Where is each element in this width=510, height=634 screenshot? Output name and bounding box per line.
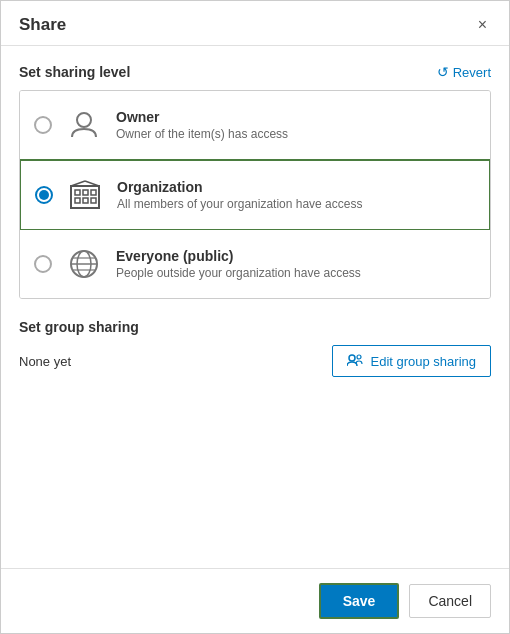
radio-owner [34,116,52,134]
none-yet-label: None yet [19,354,71,369]
sharing-level-title: Set sharing level [19,64,130,80]
group-sharing-title: Set group sharing [19,319,491,335]
radio-outer-everyone [34,255,52,273]
organization-desc: All members of your organization have ac… [117,197,475,211]
group-sharing-icon [347,353,363,369]
svg-rect-2 [75,190,80,195]
svg-rect-6 [83,198,88,203]
owner-desc: Owner of the item(s) has access [116,127,476,141]
owner-option-text: Owner Owner of the item(s) has access [116,109,476,141]
svg-point-0 [77,113,91,127]
organization-label: Organization [117,179,475,195]
radio-everyone [34,255,52,273]
everyone-label: Everyone (public) [116,248,476,264]
dialog-header: Share × [1,1,509,46]
group-sharing-row: None yet Edit group sharing [19,335,491,387]
revert-icon: ↺ [437,64,449,80]
radio-inner-organization [39,190,49,200]
group-sharing-section: Set group sharing None yet Edit group sh… [19,319,491,387]
sharing-options-list: Owner Owner of the item(s) has access [19,90,491,299]
revert-button[interactable]: ↺ Revert [437,64,491,80]
edit-group-sharing-button[interactable]: Edit group sharing [332,345,491,377]
person-icon [64,105,104,145]
dialog-footer: Save Cancel [1,568,509,633]
dialog-title: Share [19,15,66,35]
sharing-option-organization[interactable]: Organization All members of your organiz… [19,159,491,231]
cancel-button[interactable]: Cancel [409,584,491,618]
svg-rect-5 [75,198,80,203]
owner-label: Owner [116,109,476,125]
radio-outer-owner [34,116,52,134]
svg-rect-3 [83,190,88,195]
sharing-level-header: Set sharing level ↺ Revert [19,64,491,80]
share-dialog: Share × Set sharing level ↺ Revert [0,0,510,634]
revert-label: Revert [453,65,491,80]
radio-outer-organization [35,186,53,204]
svg-rect-4 [91,190,96,195]
organization-icon [65,175,105,215]
sharing-option-owner[interactable]: Owner Owner of the item(s) has access [20,91,490,160]
edit-group-sharing-label: Edit group sharing [370,354,476,369]
dialog-body: Set sharing level ↺ Revert Own [1,46,509,568]
svg-rect-7 [91,198,96,203]
svg-point-16 [357,355,361,359]
radio-organization [35,186,53,204]
svg-point-15 [349,355,355,361]
globe-icon [64,244,104,284]
save-button[interactable]: Save [319,583,400,619]
everyone-desc: People outside your organization have ac… [116,266,476,280]
close-button[interactable]: × [474,15,491,35]
organization-option-text: Organization All members of your organiz… [117,179,475,211]
everyone-option-text: Everyone (public) People outside your or… [116,248,476,280]
sharing-option-everyone[interactable]: Everyone (public) People outside your or… [20,230,490,298]
